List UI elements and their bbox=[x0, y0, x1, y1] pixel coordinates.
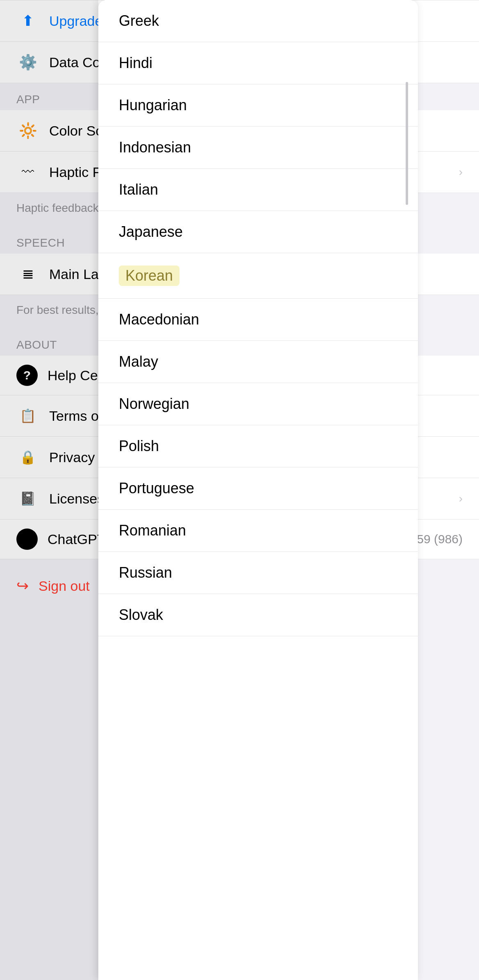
language-option-portuguese[interactable]: Portuguese bbox=[98, 467, 418, 510]
licenses-chevron-icon: › bbox=[459, 492, 463, 505]
language-option-japanese[interactable]: Japanese bbox=[98, 211, 418, 253]
scroll-indicator bbox=[406, 82, 408, 205]
language-option-korean[interactable]: Korean bbox=[98, 253, 418, 299]
language-option-russian[interactable]: Russian bbox=[98, 552, 418, 594]
language-option-indonesian[interactable]: Indonesian bbox=[98, 127, 418, 169]
language-option-slovak[interactable]: Slovak bbox=[98, 594, 418, 636]
background-overlay bbox=[0, 0, 98, 980]
language-option-hindi[interactable]: Hindi bbox=[98, 42, 418, 84]
language-option-hungarian[interactable]: Hungarian bbox=[98, 84, 418, 127]
language-option-romanian[interactable]: Romanian bbox=[98, 510, 418, 552]
language-option-greek[interactable]: Greek bbox=[98, 0, 418, 42]
language-option-norwegian[interactable]: Norwegian bbox=[98, 383, 418, 425]
language-option-malay[interactable]: Malay bbox=[98, 341, 418, 383]
language-option-polish[interactable]: Polish bbox=[98, 425, 418, 467]
language-dropdown[interactable]: GreekHindiHungarianIndonesianItalianJapa… bbox=[98, 0, 418, 980]
language-option-macedonian[interactable]: Macedonian bbox=[98, 299, 418, 341]
haptic-chevron-icon: › bbox=[459, 166, 463, 179]
language-option-italian[interactable]: Italian bbox=[98, 169, 418, 211]
